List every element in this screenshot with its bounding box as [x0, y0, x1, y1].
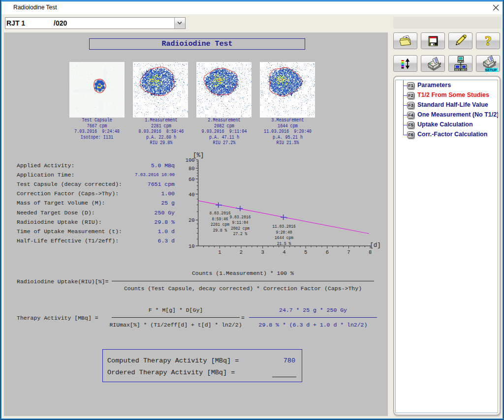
- svg-text:10: 10: [189, 243, 195, 249]
- svg-text:?: ?: [485, 34, 492, 48]
- svg-text:1: 1: [218, 249, 221, 255]
- svg-text:21.5 %: 21.5 %: [277, 241, 291, 246]
- svg-text:8: 8: [369, 249, 372, 255]
- svg-text:27.2 %: 27.2 %: [233, 231, 248, 237]
- svg-text:9.03.2016: 9.03.2016: [230, 214, 251, 220]
- svg-text:60: 60: [189, 177, 195, 182]
- svg-text:2281 cpm: 2281 cpm: [211, 222, 229, 227]
- svg-text:29.8 %: 29.8 %: [213, 228, 227, 233]
- svg-text:1644 cpm: 1644 cpm: [275, 235, 293, 240]
- svg-text:11.03.2016: 11.03.2016: [272, 224, 296, 229]
- svg-text:2: 2: [240, 249, 243, 255]
- svg-text:40: 40: [189, 192, 195, 198]
- svg-text:8:59:46: 8:59:46: [212, 216, 228, 222]
- svg-text:8.03.2016: 8.03.2016: [210, 210, 231, 216]
- svg-text:3: 3: [261, 249, 264, 255]
- svg-text:80: 80: [189, 166, 195, 172]
- svg-text:2082 cpm: 2082 cpm: [231, 226, 250, 231]
- svg-text:9:20:40: 9:20:40: [276, 230, 292, 235]
- svg-text:[d]: [d]: [370, 242, 381, 249]
- svg-text:20: 20: [189, 217, 195, 223]
- svg-text:4: 4: [283, 249, 285, 255]
- svg-text:6: 6: [326, 249, 329, 255]
- svg-text:5: 5: [304, 249, 307, 255]
- svg-text:7: 7: [347, 249, 350, 255]
- svg-text:SETUP: SETUP: [485, 68, 497, 71]
- svg-text:9:11:04: 9:11:04: [232, 220, 248, 225]
- svg-text:[%]: [%]: [193, 152, 204, 159]
